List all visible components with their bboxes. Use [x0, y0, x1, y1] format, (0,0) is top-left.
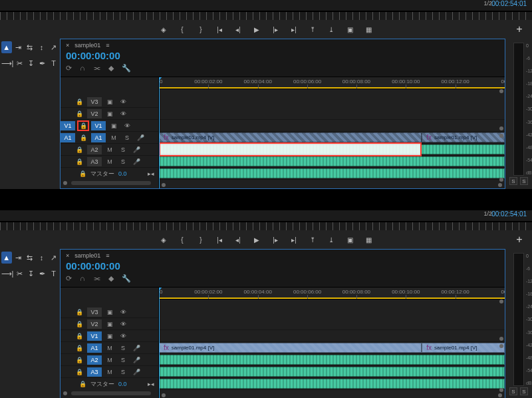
panel-menu-icon[interactable]: ≡ — [106, 252, 110, 259]
voice-icon[interactable]: 🎤 — [131, 145, 142, 154]
lock-icon[interactable]: 🔒 — [74, 319, 84, 329]
track-v3[interactable]: 🔒 V3 ▣ 👁 — [61, 96, 158, 108]
lane-v1[interactable]: fx sample01.mp4 [V] fx sample01.mp4 [V] — [159, 132, 505, 144]
scroll-y[interactable] — [499, 89, 503, 182]
camera-icon[interactable]: ▣ — [345, 236, 354, 244]
lock-icon[interactable]: 🔒 — [74, 97, 84, 106]
lane-v1[interactable]: fx sample01.mp4 [V] fx sample01.mp4 [V] — [159, 342, 505, 354]
track-label[interactable]: A2 — [87, 355, 102, 365]
slip-tool[interactable]: ↧ — [26, 57, 36, 69]
scroll-x[interactable] — [159, 182, 505, 188]
lock-icon[interactable]: 🔒 — [79, 381, 86, 387]
solo-icon[interactable]: S — [118, 145, 128, 154]
solo-r[interactable]: S — [520, 387, 528, 395]
timecode[interactable]: 00:00:00:00 — [66, 50, 499, 61]
master-row[interactable]: 🔒 マスター 0.0 ▸◂ — [61, 378, 158, 390]
timecode[interactable]: 00:00:00:00 — [66, 260, 499, 272]
camera-icon[interactable]: ▣ — [345, 26, 354, 33]
lane-a3[interactable] — [159, 168, 505, 180]
timeline-area[interactable]: :0000:00:02:0000:00:04:0000:00:06:0000:0… — [159, 288, 505, 398]
step-back-icon[interactable]: ◂| — [233, 26, 243, 33]
jump-end-icon[interactable]: ▸| — [289, 26, 299, 33]
track-label[interactable]: V3 — [87, 307, 102, 317]
razor-tool[interactable]: ✂ — [15, 268, 25, 280]
link-icon[interactable]: ⫘ — [93, 64, 100, 73]
track-a3[interactable]: 🔒 A3 M S 🎤 — [61, 156, 158, 168]
linked-tool[interactable]: ⟶| — [1, 268, 13, 280]
eye-icon[interactable]: 👁 — [118, 97, 128, 106]
wrench-icon[interactable]: 🔧 — [122, 64, 131, 73]
toggle-output-icon[interactable]: ▣ — [104, 109, 115, 118]
extract-icon[interactable]: ⤓ — [327, 236, 336, 244]
rate-tool[interactable]: ↗ — [48, 252, 59, 264]
lane-v3[interactable] — [159, 318, 505, 330]
lock-icon[interactable]: 🔒 — [78, 121, 88, 130]
pen-tool[interactable]: ✒ — [37, 268, 47, 280]
clip-video[interactable]: fx sample01.mp4 [V] — [422, 343, 505, 353]
lock-icon[interactable]: 🔒 — [78, 133, 88, 142]
playhead[interactable] — [159, 288, 160, 398]
expand-icon[interactable]: ▸◂ — [148, 170, 154, 177]
clip-audio[interactable] — [159, 156, 505, 166]
track-a1[interactable]: A1 🔒 A1 M S 🎤 — [61, 132, 158, 144]
sync-icon[interactable]: ⟳ — [66, 64, 72, 73]
eye-icon[interactable]: 👁 — [118, 319, 128, 329]
time-ruler[interactable]: :0000:00:02:0000:00:04:0000:00:06:0000:0… — [159, 288, 505, 299]
track-fwd-tool[interactable]: ⇥ — [13, 41, 24, 53]
track-v3[interactable]: 🔒 V3 ▣ 👁 — [61, 306, 158, 318]
lock-icon[interactable]: 🔒 — [74, 307, 84, 317]
scroll-y[interactable] — [499, 299, 503, 392]
close-seq-icon[interactable]: × — [66, 252, 69, 259]
mute-icon[interactable]: M — [104, 355, 115, 365]
shield-icon[interactable]: ◈ — [159, 26, 168, 33]
playhead[interactable] — [159, 77, 160, 188]
sequence-tab[interactable]: sample01 — [74, 42, 100, 49]
voice-icon[interactable]: 🎤 — [135, 133, 146, 142]
eye-icon[interactable]: 👁 — [118, 109, 128, 118]
toggle-output-icon[interactable]: ▣ — [104, 307, 115, 317]
lock-icon[interactable]: 🔒 — [74, 331, 84, 341]
safe-margins-icon[interactable]: ▦ — [364, 26, 373, 33]
eye-icon[interactable]: 👁 — [122, 121, 132, 130]
lock-icon[interactable]: 🔒 — [74, 109, 84, 118]
lane-v3[interactable] — [159, 108, 505, 120]
jump-end-icon[interactable]: ▸| — [289, 236, 299, 244]
lock-icon[interactable]: 🔒 — [74, 157, 84, 166]
solo-icon[interactable]: S — [118, 367, 128, 377]
lock-icon[interactable]: 🔒 — [79, 170, 86, 177]
rate-tool[interactable]: ↗ — [48, 41, 59, 53]
track-a2[interactable]: 🔒 A2 M S 🎤 — [61, 144, 158, 156]
solo-icon[interactable]: S — [118, 355, 128, 365]
ruler-top[interactable] — [0, 12, 532, 20]
track-v1[interactable]: 🔒 V1 ▣ 👁 — [61, 330, 158, 342]
lift-icon[interactable]: ⤒ — [308, 236, 317, 244]
master-db[interactable]: 0.0 — [118, 381, 127, 387]
lock-icon[interactable]: 🔒 — [74, 355, 84, 365]
master-db[interactable]: 0.0 — [118, 170, 127, 177]
track-label[interactable]: A2 — [87, 145, 102, 154]
solo-r[interactable]: S — [520, 177, 528, 185]
solo-icon[interactable]: S — [122, 133, 132, 142]
clip-video[interactable]: fx sample01.mp4 [V] — [159, 343, 422, 353]
solo-icon[interactable]: S — [118, 157, 128, 166]
lock-icon[interactable]: 🔒 — [74, 367, 84, 377]
track-label[interactable]: V2 — [87, 319, 102, 329]
lock-icon[interactable]: 🔒 — [74, 145, 84, 154]
solo-l[interactable]: S — [509, 387, 517, 395]
sequence-tab[interactable]: sample01 — [74, 252, 100, 259]
shield-icon[interactable]: ◈ — [159, 236, 168, 244]
lane-a3[interactable] — [159, 378, 505, 390]
text-tool[interactable]: T — [49, 268, 59, 280]
wrench-icon[interactable]: 🔧 — [122, 274, 131, 283]
lane-v2[interactable] — [159, 120, 505, 132]
lane-v2[interactable] — [159, 330, 505, 342]
track-label[interactable]: V2 — [87, 109, 102, 118]
lane-a2[interactable] — [159, 366, 505, 378]
mute-icon[interactable]: M — [104, 367, 115, 377]
track-a3[interactable]: 🔒 A3 M S 🎤 — [61, 366, 158, 378]
selection-tool[interactable]: ▲ — [1, 252, 12, 264]
track-label[interactable]: A3 — [87, 367, 102, 377]
play-icon[interactable]: ▶ — [252, 26, 261, 33]
magnet-icon[interactable]: ∩ — [80, 274, 85, 283]
ruler-top[interactable] — [0, 222, 532, 230]
